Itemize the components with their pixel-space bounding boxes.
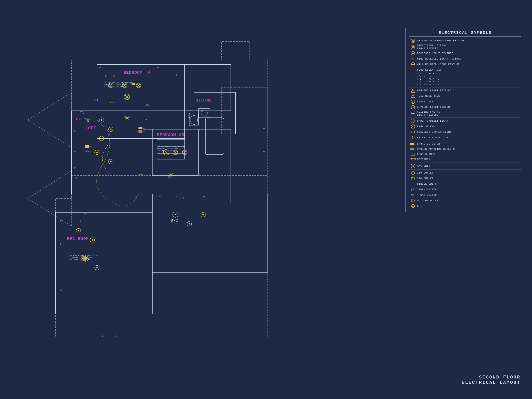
- svg-rect-183: [411, 153, 415, 155]
- svg-text:⊕: ⊕: [113, 75, 115, 77]
- svg-rect-0: [14, 14, 379, 369]
- floor-plan-svg: BEDROOM #4 BEDROOM #5 LOFT STORAGE STORA…: [14, 14, 379, 369]
- svg-text:⊕: ⊕: [203, 196, 205, 198]
- svg-text:S: S: [76, 177, 77, 180]
- svg-text:CEILING MOUNTED LIGHT FIXTURE: CEILING MOUNTED LIGHT FIXTURE: [70, 255, 99, 257]
- gfi-label: GFI: [417, 205, 422, 208]
- svg-point-193: [411, 171, 415, 174]
- legend-item-shower: RECESSED SHOWER LIGHT: [409, 130, 521, 134]
- legend-item-chimes: DOOR CHIMES: [409, 152, 521, 156]
- svg-text:⊕: ⊕: [74, 151, 76, 153]
- svg-text:BEDROOM #5: BEDROOM #5: [157, 133, 184, 137]
- svg-point-139: [175, 214, 176, 215]
- svg-text:CEILING MOUNTED LIGHT FIXTURE: CEILING MOUNTED LIGHT FIXTURE: [157, 146, 185, 148]
- svg-text:B-2: B-2: [171, 219, 178, 223]
- svg-text:⊕: ⊕: [157, 66, 159, 69]
- directional-symbol: [409, 45, 417, 49]
- hanging-symbol: [409, 88, 417, 93]
- svg-marker-162: [411, 95, 415, 98]
- svg-point-141: [189, 223, 190, 225]
- fluorescent-symbol: [409, 68, 417, 72]
- wall-mounted-label: WALL MOUNTED LIGHT FIXTURE: [417, 63, 460, 66]
- telephone-symbol: [409, 94, 417, 99]
- chimes-label: DOOR CHIMES: [417, 153, 435, 156]
- outdoor-outlet-label: OUTDOOR OUTLET: [417, 199, 440, 202]
- hanging-label: HANGING LIGHT FIXTURE: [417, 89, 451, 92]
- cable-label: CABLE JACK: [417, 100, 433, 103]
- svg-text:S: S: [411, 188, 413, 191]
- legend-item-flood: EXTERIOR FLOOD LIGHT: [409, 135, 521, 140]
- smoke-label: SMOKE DETECTOR: [417, 143, 440, 146]
- meterbox-symbol: [409, 158, 417, 161]
- flood-label: EXTERIOR FLOOD LIGHT: [417, 136, 450, 139]
- svg-point-44: [110, 161, 112, 162]
- page-title-line2: ELECTRICAL LAYOUT: [462, 380, 520, 385]
- svg-text:⊕: ⊕: [115, 335, 117, 338]
- co-label: CARBON MONOXIDE DETECTOR: [417, 148, 456, 151]
- under-cabinet-label: UNDER CABINET LIGHT: [417, 120, 448, 123]
- legend-item-keyless: KEY KEYLESS LIGHT FIXTURE: [409, 105, 521, 110]
- svg-text:⊕: ⊕: [60, 220, 62, 222]
- main-container: © AuthenticFloorPlans.com It Cannot Be U…: [0, 0, 532, 399]
- ceiling-fan-symbol: [409, 111, 417, 116]
- svg-text:CEILING MOUNTED LIGHT FIXTURE: CEILING MOUNTED LIGHT FIXTURE: [104, 82, 132, 83]
- svg-text:S: S: [80, 220, 81, 222]
- svg-rect-33: [132, 83, 135, 85]
- ceiling-light-symbol: [409, 38, 417, 43]
- single-switch-symbol: S: [409, 182, 417, 186]
- svg-text:⊕: ⊕: [74, 167, 76, 169]
- chimes-symbol: [409, 152, 417, 156]
- wall-mounted-symbol: [409, 62, 417, 67]
- flood-symbol: [409, 135, 417, 140]
- svg-text:S: S: [412, 182, 413, 186]
- recessed-symbol: [409, 51, 417, 56]
- svg-point-150: [413, 46, 414, 47]
- legend-panel: ELECTRICAL SYMBOLS CEILING MOUNTED LIGHT…: [405, 28, 525, 212]
- switch-4way-label: 4-WAY SWITCH: [417, 194, 437, 197]
- co-symbol: CO: [409, 147, 417, 151]
- directional-label: DIRECTIONAL EYEBALLLIGHT FIXTURE: [417, 44, 448, 50]
- svg-text:2'6: 2'6: [180, 197, 184, 199]
- legend-item-fluorescent: FLUORESCENT LIGHT: [409, 68, 521, 72]
- svg-point-92: [92, 239, 93, 241]
- svg-text:5'0: 5'0: [139, 174, 143, 176]
- svg-point-96: [96, 267, 98, 268]
- ceiling-fan-label: CEILING FAN WITHLIGHT FIXTURE: [417, 111, 443, 117]
- svg-rect-177: [411, 131, 415, 133]
- legend-item-ceiling-light: CEILING MOUNTED LIGHT FIXTURE: [409, 38, 521, 43]
- svg-text:SD: SD: [89, 146, 92, 148]
- legend-item-meterbox: METERBOX: [409, 157, 521, 161]
- single-switch-label: SINGLE SWITCH: [417, 183, 438, 185]
- outlet-220-label: 220 OUTLET: [417, 177, 433, 180]
- legend-item-110: 110 OUTLET: [409, 171, 521, 175]
- shower-symbol: [409, 130, 417, 134]
- legend-item-ac: A/C UNIT: [409, 163, 521, 168]
- svg-point-38: [110, 128, 112, 130]
- svg-text:S: S: [140, 128, 141, 130]
- svg-text:REC ROOM: REC ROOM: [67, 237, 89, 241]
- svg-text:KEY: KEY: [189, 109, 192, 111]
- legend-item-outdoor-outlet: GFIUP OUTDOOR OUTLET: [409, 198, 521, 203]
- telephone-label: TELEPHONE JACK: [417, 95, 440, 98]
- svg-text:5'0: 5'0: [146, 104, 150, 107]
- legend-title: ELECTRICAL SYMBOLS: [409, 31, 521, 37]
- svg-text:STANDARD - PREPARE FOR: STANDARD - PREPARE FOR: [104, 83, 125, 85]
- smoke-symbol: SD: [409, 142, 417, 146]
- svg-point-90: [78, 230, 79, 231]
- svg-text:⊕: ⊕: [60, 243, 62, 245]
- under-cabinet-symbol: [409, 119, 417, 123]
- switch-3way-symbol: S3: [409, 187, 417, 192]
- svg-marker-178: [412, 136, 414, 139]
- svg-text:⊕: ⊕: [101, 335, 103, 338]
- svg-text:STORAGE: STORAGE: [196, 99, 211, 102]
- svg-text:STANDARD - PREPARE FOR: STANDARD - PREPARE FOR: [157, 148, 178, 150]
- shower-label: RECESSED SHOWER LIGHT: [417, 131, 451, 134]
- svg-text:⊕: ⊕: [263, 128, 265, 130]
- svg-rect-179: [410, 143, 414, 145]
- svg-text:KEY: KEY: [188, 116, 192, 118]
- svg-point-154: [412, 58, 413, 59]
- svg-point-42: [96, 152, 98, 153]
- svg-text:E: E: [412, 126, 413, 128]
- svg-text:3'2: 3'2: [110, 101, 114, 104]
- outlet-220-symbol: [409, 176, 417, 181]
